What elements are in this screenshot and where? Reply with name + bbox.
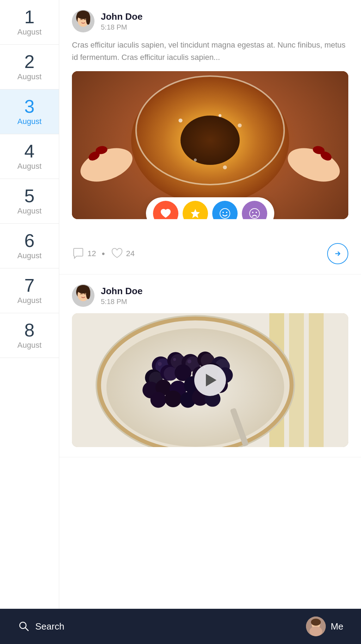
sidebar-item-8[interactable]: 8 August <box>0 313 59 358</box>
day-number-8: 8 <box>24 321 35 339</box>
svg-point-77 <box>311 619 321 626</box>
post-author-2: John Doe <box>101 286 142 297</box>
reaction-heart-btn[interactable] <box>153 201 178 219</box>
search-label: Search <box>35 621 64 632</box>
bottom-nav: Search Me <box>0 609 361 644</box>
sad-icon <box>249 208 261 219</box>
svg-point-68 <box>158 362 162 366</box>
avatar-2 <box>72 284 94 307</box>
svg-point-18 <box>194 159 197 161</box>
reaction-star-btn[interactable] <box>183 201 208 219</box>
post-meta-2: John Doe 5:18 PM <box>101 286 142 306</box>
svg-line-73 <box>25 628 29 631</box>
sidebar: 1 August 2 August 3 August 4 August 5 Au… <box>0 0 59 609</box>
day-number-3: 3 <box>24 97 35 116</box>
svg-point-25 <box>252 212 253 213</box>
search-icon <box>18 620 30 633</box>
avatar-1 <box>72 10 94 32</box>
smile-icon <box>219 208 231 219</box>
like-count: 24 <box>126 249 135 258</box>
svg-point-17 <box>238 124 241 128</box>
post-time-1: 5:18 PM <box>101 23 142 31</box>
post-author-1: John Doe <box>101 11 142 22</box>
svg-point-23 <box>226 212 227 213</box>
sidebar-item-6[interactable]: 6 August <box>0 224 59 268</box>
play-button[interactable] <box>194 364 226 396</box>
svg-point-70 <box>188 360 191 364</box>
play-triangle-icon <box>206 374 216 386</box>
reaction-smile-btn[interactable] <box>212 201 238 219</box>
heart-outline-icon <box>111 248 123 260</box>
day-number-1: 1 <box>24 8 35 26</box>
post-image-2 <box>72 313 348 447</box>
day-number-4: 4 <box>24 142 35 160</box>
me-nav-item[interactable]: Me <box>306 617 343 636</box>
search-nav-item[interactable]: Search <box>18 620 64 633</box>
day-number-2: 2 <box>24 52 35 71</box>
me-avatar <box>306 617 326 636</box>
star-icon <box>189 208 201 219</box>
svg-point-22 <box>222 212 224 213</box>
month-label-1: August <box>17 27 42 37</box>
comment-count: 12 <box>87 249 96 258</box>
heart-icon <box>160 208 171 219</box>
like-action[interactable]: 24 <box>111 247 135 260</box>
comment-action[interactable]: 12 <box>72 247 96 260</box>
dot-separator: • <box>102 248 105 259</box>
sidebar-item-7[interactable]: 7 August <box>0 268 59 313</box>
day-number-7: 7 <box>24 276 35 295</box>
share-button[interactable] <box>327 243 348 264</box>
month-label-4: August <box>17 162 42 171</box>
svg-point-16 <box>219 114 221 117</box>
svg-point-26 <box>256 212 257 213</box>
svg-point-15 <box>178 119 182 123</box>
comment-bubble-icon <box>72 248 84 260</box>
like-icon <box>111 247 123 260</box>
post-meta-1: John Doe 5:18 PM <box>101 11 142 31</box>
month-label-6: August <box>17 251 42 260</box>
feed: John Doe 5:18 PM Cras efficitur iaculis … <box>59 0 361 609</box>
month-label-5: August <box>17 206 42 216</box>
svg-point-8 <box>180 116 240 165</box>
post-image-1 <box>72 71 348 219</box>
post-time-2: 5:18 PM <box>101 298 142 306</box>
post-header-2: John Doe 5:18 PM <box>72 284 348 307</box>
sidebar-item-4[interactable]: 4 August <box>0 134 59 179</box>
sidebar-item-5[interactable]: 5 August <box>0 179 59 224</box>
sidebar-item-1[interactable]: 1 August <box>0 0 59 45</box>
svg-point-63 <box>151 392 166 408</box>
post-header-1: John Doe 5:18 PM <box>72 10 348 32</box>
sidebar-item-3[interactable]: 3 August <box>0 89 59 134</box>
svg-point-30 <box>86 289 90 299</box>
svg-point-19 <box>223 166 227 169</box>
me-label: Me <box>331 621 343 632</box>
donut-image <box>72 71 348 219</box>
day-number-6: 6 <box>24 231 35 250</box>
berry-image <box>72 313 348 447</box>
comment-icon <box>72 247 85 260</box>
main-container: 1 August 2 August 3 August 4 August 5 Au… <box>0 0 361 609</box>
arrow-right-icon <box>334 250 342 258</box>
svg-marker-20 <box>191 209 200 218</box>
svg-rect-35 <box>309 313 324 447</box>
month-label-2: August <box>17 72 42 81</box>
svg-point-24 <box>250 209 259 218</box>
reaction-bar <box>146 197 274 219</box>
month-label-8: August <box>17 341 42 350</box>
svg-point-76 <box>310 626 322 636</box>
post-actions-1: 12 • 24 <box>72 240 348 264</box>
day-number-5: 5 <box>24 187 35 205</box>
post-card-2: John Doe 5:18 PM <box>59 274 361 457</box>
month-label-3: August <box>17 117 42 126</box>
svg-point-3 <box>86 15 90 25</box>
month-label-7: August <box>17 296 42 305</box>
svg-point-64 <box>165 391 182 408</box>
svg-point-21 <box>220 209 230 218</box>
post-card-1: John Doe 5:18 PM Cras efficitur iaculis … <box>59 0 361 274</box>
sidebar-item-2[interactable]: 2 August <box>0 45 59 89</box>
svg-point-69 <box>173 358 176 361</box>
donut-svg <box>72 71 348 219</box>
post-text-1: Cras efficitur iaculis sapien, vel tinci… <box>72 39 348 63</box>
reaction-sad-btn[interactable] <box>242 201 267 219</box>
